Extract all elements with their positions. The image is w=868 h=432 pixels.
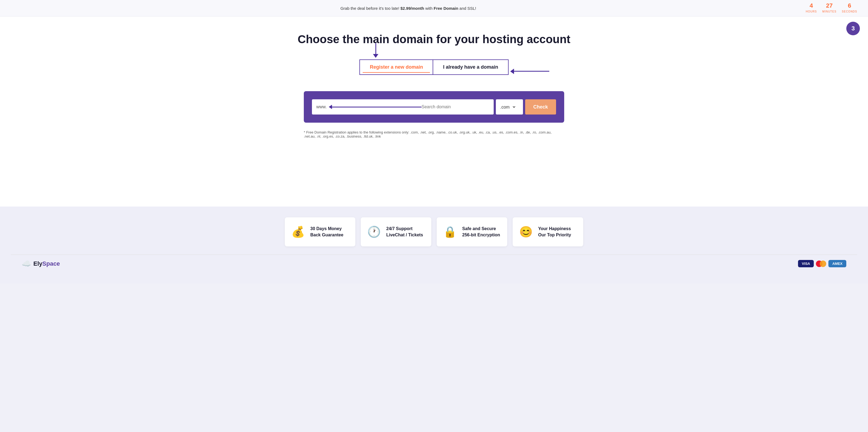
feature-text-money-back: 30 Days Money Back Guarantee [310,226,349,238]
banner-price: $2.99/month [400,6,424,10]
logo-area: ☁️ ElySpace [22,259,60,268]
feature-card-security: 🔒 Safe and Secure 256-bit Encryption [437,217,507,246]
arrow-down [373,43,378,58]
search-section: www. .com .net .org .co.uk Check [304,91,564,123]
footer-features: 💰 30 Days Money Back Guarantee 🕐 24/7 Su… [0,207,868,283]
www-label: www. [316,104,327,110]
arrow-right [509,69,549,74]
search-input-wrapper: www. [312,99,494,115]
banner-suffix: and SSL! [458,6,476,10]
feature-text-support: 24/7 Support LiveChat / Tickets [386,226,425,238]
feature-text-happiness: Your Happiness Our Top Priority [538,226,577,238]
banner-with: with [424,6,434,10]
page-title: Choose the main domain for your hosting … [298,33,570,46]
step-badge: 3 [846,22,860,35]
free-domain-note: * Free Domain Registration applies to th… [304,128,564,141]
countdown-seconds: 6 SECONDS [842,3,857,13]
countdown: 4 HOURS 27 MINUTES 6 SECONDS [806,3,857,13]
logo-text: ElySpace [33,260,60,267]
tld-select-wrapper: .com .net .org .co.uk [496,99,523,115]
hours-value: 4 [806,3,817,9]
features-grid: 💰 30 Days Money Back Guarantee 🕐 24/7 Su… [285,217,583,246]
footer-bottom: ☁️ ElySpace VISA AMEX [11,254,857,272]
payment-icons: VISA AMEX [798,260,846,267]
support-icon: 🕐 [367,225,381,238]
feature-card-money-back: 💰 30 Days Money Back Guarantee [285,217,355,246]
feature-card-happiness: 😊 Your Happiness Our Top Priority [513,217,583,246]
mastercard-payment-icon [816,260,826,267]
banner-free-domain: Free Domain [434,6,458,10]
existing-domain-button[interactable]: I already have a domain [433,59,508,75]
countdown-minutes: 27 MINUTES [823,3,837,13]
domain-options: Register a new domain I already have a d… [360,59,508,75]
countdown-hours: 4 HOURS [806,3,817,13]
seconds-value: 6 [842,3,857,9]
security-icon: 🔒 [443,225,457,238]
search-row: www. .com .net .org .co.uk Check [312,99,556,115]
tld-select[interactable]: .com .net .org .co.uk [499,104,516,110]
register-domain-button[interactable]: Register a new domain [360,59,433,75]
search-arrow [329,105,422,109]
search-input[interactable] [422,104,489,110]
feature-card-support: 🕐 24/7 Support LiveChat / Tickets [361,217,431,246]
banner-text: Grab the deal before it's too late! $2.9… [11,6,806,10]
hours-label: HOURS [806,10,817,13]
minutes-value: 27 [823,3,837,9]
amex-payment-icon: AMEX [828,260,846,267]
logo-icon: ☁️ [22,259,31,268]
visa-payment-icon: VISA [798,260,814,267]
seconds-label: SECONDS [842,10,857,13]
domain-options-container: Register a new domain I already have a d… [360,59,508,83]
feature-text-security: Safe and Secure 256-bit Encryption [462,226,501,238]
minutes-label: MINUTES [823,10,837,13]
main-content: Choose the main domain for your hosting … [0,17,868,207]
banner-prefix: Grab the deal before it's too late! [340,6,400,10]
money-back-icon: 💰 [291,225,305,238]
logo-text-colored: Space [42,260,60,267]
check-button[interactable]: Check [525,99,556,115]
top-banner: Grab the deal before it's too late! $2.9… [0,0,868,17]
happiness-icon: 😊 [519,225,533,238]
